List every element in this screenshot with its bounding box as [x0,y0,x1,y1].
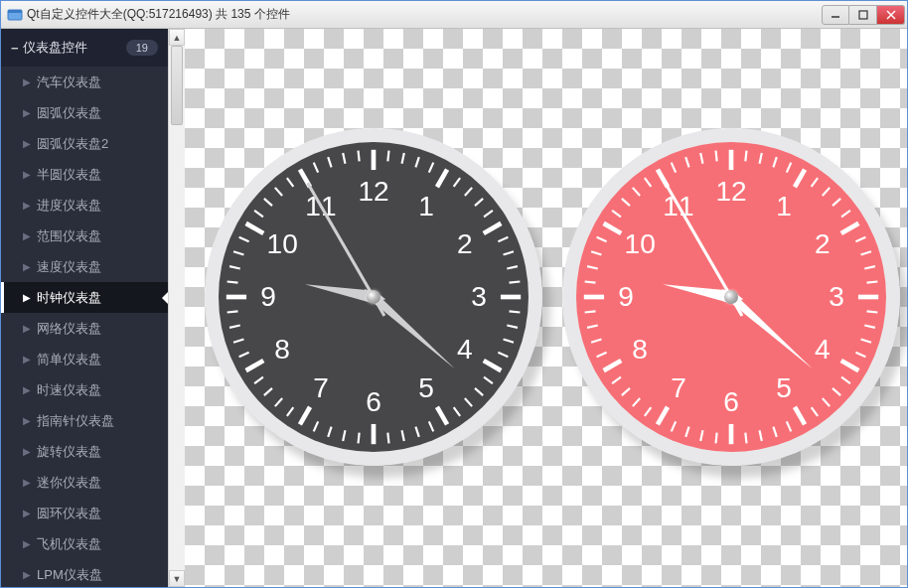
svg-line-83 [760,153,762,164]
sidebar-item-8[interactable]: ▶网络仪表盘 [1,313,168,344]
svg-line-114 [685,427,688,437]
svg-line-64 [343,153,345,164]
scroll-track[interactable] [169,46,185,570]
svg-line-32 [429,421,433,431]
sidebar-item-0[interactable]: ▶汽车仪表盘 [1,67,168,97]
svg-line-90 [841,211,850,217]
sidebar-item-6[interactable]: ▶速度仪表盘 [1,251,168,282]
svg-line-37 [359,433,360,444]
scroll-thumb[interactable] [171,46,183,125]
svg-line-14 [475,199,483,206]
svg-text:12: 12 [358,176,388,207]
svg-line-39 [328,427,331,437]
sidebar-item-label: 范围仪表盘 [37,227,101,245]
sidebar-item-9[interactable]: ▶简单仪表盘 [1,344,168,374]
app-icon [7,7,23,23]
svg-line-128 [587,266,598,268]
sidebar-item-4[interactable]: ▶进度仪表盘 [1,190,168,220]
chevron-right-icon: ▶ [23,169,37,180]
titlebar[interactable]: Qt自定义控件大全(QQ:517216493) 共 135 个控件 [1,1,907,29]
svg-text:12: 12 [715,176,746,207]
chevron-right-icon: ▶ [23,446,37,457]
svg-text:3: 3 [829,281,844,312]
svg-line-56 [246,223,264,233]
chevron-right-icon: ▶ [23,538,37,549]
svg-line-46 [246,361,264,370]
svg-line-40 [314,421,318,431]
sidebar-item-13[interactable]: ▶迷你仪表盘 [1,467,168,498]
svg-line-20 [510,282,521,283]
svg-text:1: 1 [776,190,792,220]
svg-line-62 [314,163,318,173]
chevron-right-icon: ▶ [23,76,37,87]
svg-line-113 [700,430,702,441]
svg-line-8 [402,153,404,164]
svg-line-52 [227,282,238,283]
sidebar-item-label: 旋转仪表盘 [37,443,101,461]
app-window: Qt自定义控件大全(QQ:517216493) 共 135 个控件 − 仪表盘控… [0,0,908,588]
svg-line-138 [685,157,688,167]
svg-line-28 [475,388,483,395]
svg-line-84 [773,157,776,167]
svg-line-13 [465,188,472,196]
svg-text:9: 9 [618,281,634,312]
svg-line-35 [387,433,388,444]
svg-line-139 [700,153,702,164]
scroll-down-icon[interactable]: ▼ [169,570,185,587]
svg-line-87 [812,178,818,187]
svg-line-112 [716,433,717,444]
maximize-button[interactable] [849,5,877,25]
minimize-button[interactable] [822,5,849,25]
svg-line-121 [604,361,622,370]
svg-line-110 [745,433,746,444]
sidebar-item-label: 网络仪表盘 [37,320,101,338]
svg-line-59 [275,188,282,196]
scroll-up-icon[interactable]: ▲ [169,29,185,46]
sidebar-item-label: 指南针仪表盘 [37,412,114,430]
svg-line-34 [402,430,404,441]
sidebar-item-7[interactable]: ▶时钟仪表盘 [1,282,168,313]
svg-text:9: 9 [260,281,276,312]
sidebar-item-5[interactable]: ▶范围仪表盘 [1,220,168,251]
svg-line-16 [484,223,502,233]
svg-line-107 [787,421,791,431]
svg-line-103 [832,388,840,395]
sidebar-item-12[interactable]: ▶旋转仪表盘 [1,436,168,467]
svg-text:8: 8 [274,334,290,365]
svg-text:10: 10 [267,228,298,259]
sidebar-item-label: 时速仪表盘 [37,381,101,399]
svg-line-117 [645,407,651,416]
chevron-right-icon: ▶ [23,323,37,334]
sidebar-item-16[interactable]: ▶LPM仪表盘 [1,559,168,587]
svg-line-57 [254,211,263,217]
svg-line-108 [773,427,776,437]
clock-red: 121234567891011 [562,128,900,466]
sidebar-item-14[interactable]: ▶圆环仪表盘 [1,498,168,528]
sidebar-item-11[interactable]: ▶指南针仪表盘 [1,405,168,436]
sidebar-item-1[interactable]: ▶圆弧仪表盘 [1,97,168,128]
sidebar-group-label: 仪表盘控件 [23,39,87,57]
svg-line-45 [254,377,263,383]
svg-line-124 [587,326,598,328]
chevron-right-icon: ▶ [23,261,37,272]
sidebar-item-15[interactable]: ▶飞机仪表盘 [1,528,168,559]
svg-line-135 [645,178,651,187]
clock-hub [724,290,738,304]
sidebar-item-3[interactable]: ▶半圆仪表盘 [1,159,168,190]
chevron-right-icon: ▶ [23,292,37,303]
sidebar-item-2[interactable]: ▶圆弧仪表盘2 [1,128,168,159]
svg-line-86 [795,170,805,188]
sidebar-item-label: 迷你仪表盘 [37,474,101,492]
svg-line-101 [841,361,859,370]
svg-line-65 [359,151,360,162]
close-button[interactable] [877,5,905,25]
sidebar-scrollbar[interactable]: ▲ ▼ [168,29,185,587]
svg-line-9 [415,157,418,167]
preview-canvas: 121234567891011 121234567891011 [185,29,907,587]
svg-line-106 [795,407,805,425]
svg-line-50 [227,311,238,312]
window-title: Qt自定义控件大全(QQ:517216493) 共 135 个控件 [27,6,822,23]
sidebar-item-10[interactable]: ▶时速仪表盘 [1,374,168,405]
sidebar-group-header[interactable]: − 仪表盘控件 19 [1,29,168,67]
svg-line-15 [484,211,493,217]
